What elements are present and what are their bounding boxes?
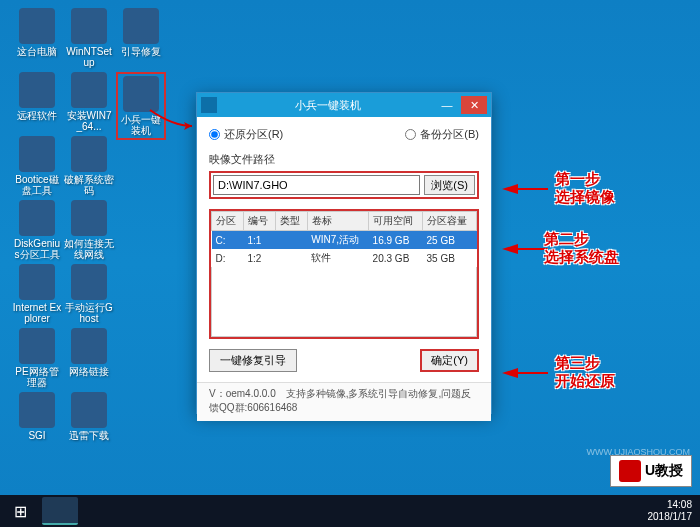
taskbar[interactable]: ⊞ 14:08 2018/1/17 [0,495,700,527]
restore-radio[interactable]: 还原分区(R) [209,127,283,142]
desktop-icon[interactable]: 这台电脑 [12,8,62,57]
app-icon [71,136,107,172]
app-icon [19,392,55,428]
desktop-icon[interactable]: SGI [12,392,62,441]
desktop-icon[interactable]: WinNTSetup [64,8,114,68]
titlebar[interactable]: 小兵一键装机 — ✕ [197,93,491,117]
app-icon [19,72,55,108]
app-icon [201,97,217,113]
annotation-step1: 第一步选择镜像 [555,170,615,206]
column-header[interactable]: 编号 [243,212,275,231]
app-icon [19,328,55,364]
icon-label: 破解系统密码 [64,174,114,196]
icon-label: 安装WIN7_64... [64,110,114,132]
taskbar-app[interactable] [42,497,78,525]
column-header[interactable]: 卷标 [307,212,368,231]
desktop-icon[interactable]: PE网络管理器 [12,328,62,388]
desktop-icon[interactable]: 破解系统密码 [64,136,114,196]
arrow-step1 [502,184,518,194]
icon-label: Bootice磁盘工具 [12,174,62,196]
icon-label: Internet Explorer [12,302,62,324]
app-icon [123,76,159,112]
start-button[interactable]: ⊞ [0,495,40,527]
icon-label: 如何连接无线网线 [64,238,114,260]
system-tray[interactable]: 14:08 2018/1/17 [640,499,701,523]
annotation-step3: 第三步开始还原 [555,354,615,390]
column-header[interactable]: 分区 [212,212,244,231]
desktop-icon[interactable]: 远程软件 [12,72,62,121]
app-icon [123,8,159,44]
icon-label: 远程软件 [12,110,62,121]
selection-arrow [148,108,198,138]
close-button[interactable]: ✕ [461,96,487,114]
arrow-step2 [502,244,518,254]
brand-watermark: U教授 [610,455,692,487]
app-icon [19,136,55,172]
app-icon [71,392,107,428]
icon-label: 手动运行Ghost [64,302,114,324]
app-icon [71,72,107,108]
desktop-icon[interactable]: Internet Explorer [12,264,62,324]
partition-table: 分区编号类型卷标可用空间分区容量 C:1:1WIN7,活动16.9 GB25 G… [211,211,477,267]
image-path-input[interactable] [213,175,420,195]
annotation-step2: 第二步选择系统盘 [544,230,619,266]
desktop-icon[interactable]: 网络链接 [64,328,114,377]
icon-label: 这台电脑 [12,46,62,57]
window-title: 小兵一键装机 [223,98,433,113]
minimize-button[interactable]: — [434,96,460,114]
ok-button[interactable]: 确定(Y) [420,349,479,372]
desktop-icon[interactable]: 迅雷下载 [64,392,114,441]
icon-label: 网络链接 [64,366,114,377]
step1-highlight: 浏览(S) [209,171,479,199]
app-icon [71,264,107,300]
table-row[interactable]: D:1:2软件20.3 GB35 GB [212,249,477,267]
table-row[interactable]: C:1:1WIN7,活动16.9 GB25 GB [212,231,477,250]
app-icon [19,264,55,300]
desktop-icon[interactable]: 手动运行Ghost [64,264,114,324]
desktop-icon[interactable]: DiskGenius分区工具 [12,200,62,260]
column-header[interactable]: 可用空间 [369,212,423,231]
desktop-icon[interactable]: Bootice磁盘工具 [12,136,62,196]
path-label: 映像文件路径 [209,152,479,167]
backup-radio[interactable]: 备份分区(B) [405,127,479,142]
arrow-step3 [502,368,518,378]
icon-label: 迅雷下载 [64,430,114,441]
app-icon [19,8,55,44]
app-icon [71,200,107,236]
app-icon [71,8,107,44]
icon-label: PE网络管理器 [12,366,62,388]
icon-label: WinNTSetup [64,46,114,68]
icon-label: DiskGenius分区工具 [12,238,62,260]
brand-logo-icon [619,460,641,482]
desktop-icon[interactable]: 引导修复 [116,8,166,57]
repair-boot-button[interactable]: 一键修复引导 [209,349,297,372]
app-icon [19,200,55,236]
step2-highlight: 分区编号类型卷标可用空间分区容量 C:1:1WIN7,活动16.9 GB25 G… [209,209,479,339]
app-icon [71,328,107,364]
icon-label: 引导修复 [116,46,166,57]
column-header[interactable]: 类型 [275,212,307,231]
column-header[interactable]: 分区容量 [423,212,477,231]
installer-dialog: 小兵一键装机 — ✕ 还原分区(R) 备份分区(B) 映像文件路径 浏览(S) … [196,92,492,414]
icon-label: SGI [12,430,62,441]
desktop-icon[interactable]: 如何连接无线网线 [64,200,114,260]
browse-button[interactable]: 浏览(S) [424,175,475,195]
desktop-icon[interactable]: 安装WIN7_64... [64,72,114,132]
dialog-footer: V：oem4.0.0.0 支持多种镜像,多系统引导自动修复,问题反馈QQ群:60… [197,382,491,421]
